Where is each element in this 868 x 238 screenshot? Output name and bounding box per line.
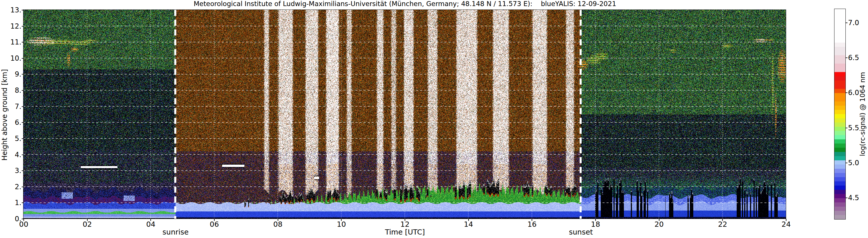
y-tick-label: 10. — [0, 54, 22, 62]
x-tick-mark — [341, 219, 342, 221]
x-tick-label: 02 — [74, 220, 100, 229]
y-tick-mark — [22, 58, 24, 59]
sunrise-annotation: sunrise — [152, 228, 199, 236]
y-tick-mark — [22, 138, 24, 139]
x-tick-mark — [468, 219, 469, 221]
y-axis-label: Height above ground [km] — [1, 70, 9, 161]
x-tick-label: 22 — [710, 220, 736, 229]
x-tick-label: 16 — [519, 220, 545, 229]
sunset-annotation: sunset — [558, 228, 604, 236]
x-tick-mark — [595, 219, 596, 221]
x-tick-label: 14 — [456, 220, 482, 229]
y-tick-mark — [22, 106, 24, 107]
y-tick-label: 9. — [0, 70, 22, 78]
x-tick-label: 00 — [11, 220, 37, 229]
x-tick-mark — [214, 219, 215, 221]
x-tick-label: 10 — [328, 220, 354, 229]
y-tick-mark — [22, 186, 24, 187]
y-tick-label: 4. — [0, 151, 22, 159]
y-tick-mark — [22, 155, 24, 155]
colorbar-tick-label: 7.0 — [848, 19, 868, 27]
colorbar-canvas — [834, 9, 845, 219]
x-tick-mark — [532, 219, 532, 221]
colorbar-tick-label: 6.5 — [848, 54, 868, 62]
x-tick-mark — [659, 219, 659, 221]
x-tick-mark — [722, 219, 723, 221]
y-tick-label: 11. — [0, 38, 22, 46]
y-tick-mark — [22, 10, 24, 10]
x-tick-label: 20 — [646, 220, 672, 229]
y-tick-label: 8. — [0, 87, 22, 95]
y-tick-label: 6. — [0, 118, 22, 127]
y-tick-label: 7. — [0, 103, 22, 111]
x-tick-label: 18 — [583, 220, 609, 229]
colorbar-tick-mark — [845, 23, 847, 23]
colorbar-tick-mark — [845, 198, 847, 198]
x-tick-mark — [786, 219, 786, 221]
plot-title: Meteorological Institute of Ludwig-Maxim… — [24, 0, 786, 7]
y-tick-label: 5. — [0, 135, 22, 143]
x-tick-label: 04 — [138, 220, 164, 229]
y-tick-mark — [22, 74, 24, 74]
colorbar-tick-mark — [845, 93, 847, 93]
x-tick-mark — [24, 219, 24, 221]
lidar-quicklook-figure: Meteorological Institute of Ludwig-Maxim… — [0, 0, 868, 238]
y-tick-mark — [22, 122, 24, 123]
x-tick-label: 06 — [201, 220, 227, 229]
y-tick-label: 12. — [0, 22, 22, 30]
y-tick-label: 13. — [0, 6, 22, 14]
y-tick-label: 3. — [0, 167, 22, 175]
x-tick-mark — [278, 219, 278, 221]
x-tick-label: 24 — [773, 220, 799, 229]
x-tick-mark — [405, 219, 405, 221]
y-tick-mark — [22, 170, 24, 171]
heatmap-canvas — [24, 10, 786, 219]
y-tick-mark — [22, 42, 24, 42]
y-tick-mark — [22, 202, 24, 203]
x-tick-label: 12 — [392, 220, 418, 229]
x-tick-label: 08 — [265, 220, 291, 229]
colorbar-tick-mark — [845, 128, 847, 128]
x-axis-label: Time [UTC] — [373, 228, 437, 236]
y-tick-mark — [22, 90, 24, 91]
y-tick-mark — [22, 26, 24, 27]
plot-area — [23, 9, 786, 219]
colorbar-tick-label: 5.0 — [848, 159, 868, 167]
colorbar-label: log(rc-signal) @ 1064 nm — [859, 71, 866, 158]
x-tick-mark — [87, 219, 88, 221]
y-tick-label: 1. — [0, 199, 22, 207]
x-tick-mark — [150, 219, 151, 221]
colorbar-tick-mark — [845, 58, 847, 58]
colorbar-tick-label: 4.5 — [848, 194, 868, 202]
colorbar — [834, 9, 846, 219]
y-tick-label: 2. — [0, 183, 22, 191]
colorbar-tick-mark — [845, 163, 847, 163]
